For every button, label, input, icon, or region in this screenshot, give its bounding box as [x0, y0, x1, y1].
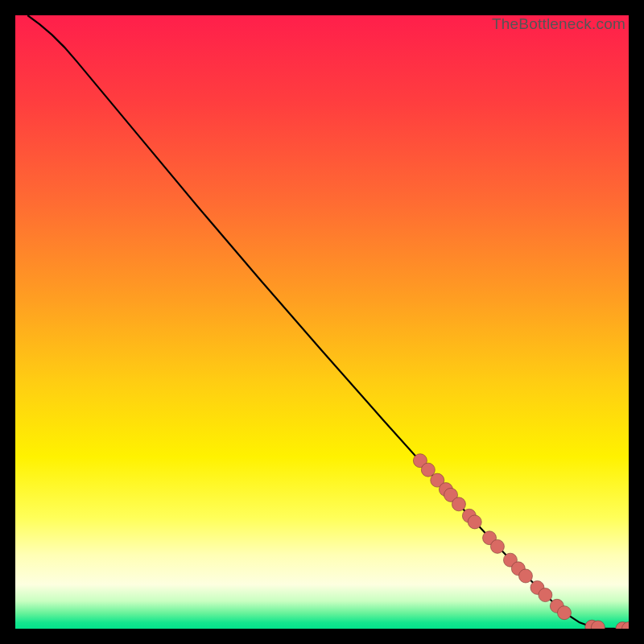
data-point: [468, 515, 481, 529]
watermark-text: TheBottleneck.com: [492, 15, 625, 33]
scatter-markers: [413, 454, 629, 629]
data-point: [452, 497, 465, 511]
data-point: [518, 569, 532, 583]
data-point: [539, 588, 552, 602]
data-point: [490, 539, 504, 553]
data-point: [557, 606, 571, 620]
main-curve: [27, 15, 629, 629]
chart-overlay: [15, 15, 629, 629]
data-point: [421, 463, 435, 477]
plot-frame: TheBottleneck.com: [15, 15, 629, 629]
